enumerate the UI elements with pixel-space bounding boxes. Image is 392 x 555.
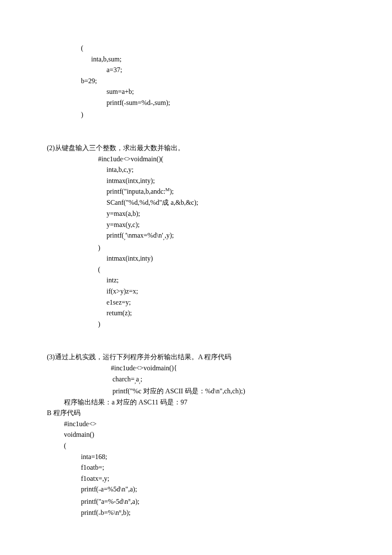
section-title: (3)通过上机实践，运行下列程序并分析输出结果。A 程序代码 bbox=[47, 352, 345, 363]
code-line: #inc1ude<>voidmain()( bbox=[47, 154, 345, 165]
text: '\nmax=%d\n' bbox=[125, 232, 163, 239]
text: b=%\n bbox=[101, 509, 119, 516]
text: charch= bbox=[111, 375, 135, 383]
code-line: ( bbox=[47, 43, 345, 54]
section-title: (2)从键盘输入三个整数，求出最大数并输出。 bbox=[47, 142, 345, 154]
text: ; bbox=[140, 375, 142, 383]
code-line: printf("%c 对应的 ASCII 码是：%d\n",ch,ch);) bbox=[47, 386, 345, 397]
code-line: f1oatb=; bbox=[47, 462, 345, 473]
code-line: a=37; bbox=[47, 64, 345, 76]
spacer bbox=[47, 120, 345, 131]
text: ,b); bbox=[121, 509, 131, 516]
text: printf("a=%-5d\n bbox=[81, 498, 128, 505]
code-line: inta,b,c,y; bbox=[47, 164, 345, 175]
code-line: e1sez=y; bbox=[47, 297, 345, 308]
spacer bbox=[47, 131, 345, 142]
code-line: intmax(intx,inty); bbox=[47, 175, 345, 186]
code-line: f1oatx=,y; bbox=[47, 473, 345, 484]
code-line: printf("a=%-5d\nπ,a); bbox=[47, 496, 345, 507]
text: a=%5d\n",a); bbox=[101, 485, 137, 493]
text: ,a); bbox=[130, 498, 139, 505]
code-line: printf("a=%5d\n",a); bbox=[47, 484, 345, 496]
text: ,sum); bbox=[153, 99, 170, 106]
code-line: printf("b=%\nu,b); bbox=[47, 507, 345, 520]
code-line: sum=a+b; bbox=[47, 86, 345, 97]
text: sum=%d bbox=[126, 99, 150, 106]
code-line: inta,b,sum; bbox=[47, 54, 345, 65]
text: printf("inputa,b,andc: bbox=[107, 188, 165, 195]
text: printf( bbox=[81, 485, 98, 493]
code-line: if(x>y)z=x; bbox=[47, 286, 345, 297]
result-line: 程序输出结果：a 对应的 ASC11 码是：97 bbox=[47, 397, 345, 408]
code-line: retum(z); bbox=[47, 308, 345, 319]
code-line: intz; bbox=[47, 275, 345, 286]
code-line: charch=,a,; bbox=[47, 374, 345, 386]
text: printf( bbox=[81, 509, 98, 516]
text: ); bbox=[170, 188, 174, 195]
text: M bbox=[165, 187, 170, 192]
code-line: printf("inputa,b,andc:M); bbox=[47, 186, 345, 197]
code-line: voidmain() bbox=[47, 429, 345, 440]
code-line: intmax(intx,inty) bbox=[47, 253, 345, 264]
text: ,y); bbox=[164, 232, 174, 239]
code-line: ( bbox=[47, 440, 345, 451]
text: printf( bbox=[107, 232, 124, 239]
code-line: printf(,'\nmax=%d\n',,y); bbox=[47, 230, 345, 242]
spacer bbox=[47, 340, 345, 352]
code-line: #inc1ude<>voidmain(){ bbox=[47, 363, 345, 374]
code-line: b=29; bbox=[47, 76, 345, 87]
document-page: ( inta,b,sum; a=37; b=29; sum=a+b; print… bbox=[0, 0, 392, 545]
code-line: SCanf("%d,%d,%d"成 a,&b,&c); bbox=[47, 197, 345, 208]
code-line: ( bbox=[47, 264, 345, 275]
code-line: y=max(a,b); bbox=[47, 208, 345, 219]
code-line: y=max(y,c); bbox=[47, 219, 345, 230]
code-line: #inc1ude<> bbox=[47, 418, 345, 430]
subsection-title: B 程序代码 bbox=[47, 407, 345, 418]
code-line: printf("sum=%d",sum); bbox=[47, 97, 345, 110]
text: printf( bbox=[107, 99, 124, 106]
code-line: inta=168; bbox=[47, 451, 345, 462]
spacer bbox=[47, 329, 345, 340]
code-line: ) bbox=[47, 242, 345, 253]
code-line: ) bbox=[47, 109, 345, 120]
code-line: ) bbox=[47, 319, 345, 330]
